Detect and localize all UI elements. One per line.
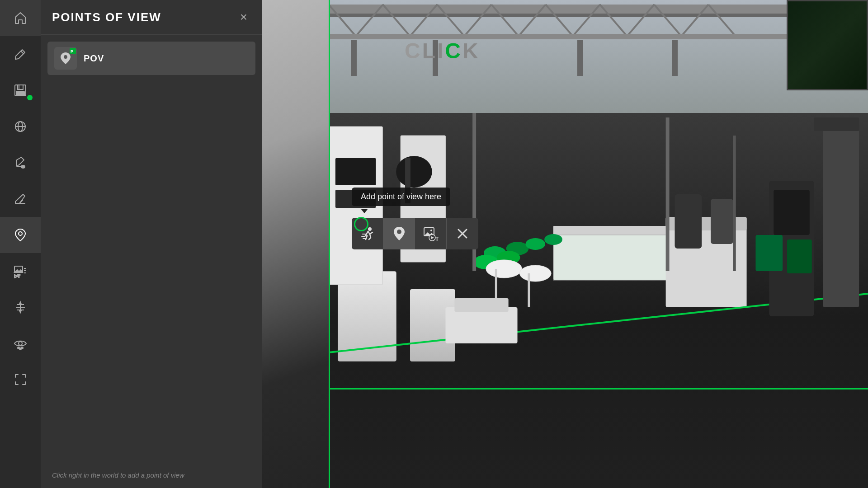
pov-item-icon-wrap: P — [54, 47, 77, 70]
svg-point-57 — [368, 227, 372, 231]
svg-rect-44 — [335, 158, 376, 185]
pov-badge-icon: P — [70, 48, 76, 54]
svg-rect-34 — [528, 273, 530, 307]
tooltip-arrow — [361, 209, 368, 213]
close-icon — [456, 227, 469, 240]
svg-point-31 — [486, 260, 522, 278]
pov-list: P POV — [41, 35, 262, 462]
svg-text:T: T — [435, 236, 439, 241]
svg-rect-40 — [666, 117, 670, 271]
svg-rect-50 — [454, 298, 508, 312]
sidebar-item-measure[interactable] — [0, 289, 41, 325]
svg-rect-55 — [823, 127, 859, 307]
sidebar-item-home[interactable] — [0, 0, 41, 36]
svg-point-27 — [525, 238, 545, 250]
scene-divider — [329, 0, 330, 488]
erase-icon — [13, 192, 28, 206]
context-pov-button[interactable] — [383, 218, 415, 249]
svg-rect-53 — [755, 235, 783, 271]
svg-rect-72 — [18, 85, 23, 89]
panel-header: POINTS OF VIEW × — [41, 0, 262, 35]
svg-text:P: P — [71, 49, 73, 54]
svg-rect-73 — [16, 91, 25, 96]
svg-point-81 — [19, 232, 22, 235]
globe-icon — [13, 119, 28, 134]
measure-icon — [13, 300, 28, 314]
svg-point-94 — [19, 342, 22, 345]
svg-point-32 — [520, 265, 552, 282]
svg-rect-52 — [774, 190, 810, 235]
click-sign: CLICK — [405, 38, 480, 63]
context-close-button[interactable] — [447, 218, 478, 249]
svg-point-97 — [21, 347, 23, 349]
context-popup: Add point of view here — [352, 188, 478, 249]
svg-point-64 — [430, 230, 432, 231]
sidebar-item-erase[interactable] — [0, 181, 41, 217]
pov-indicator — [354, 217, 368, 231]
sidebar-item-visibility[interactable] — [0, 325, 41, 361]
panel-title: POINTS OF VIEW — [52, 10, 161, 24]
media-icon: ▷T — [13, 264, 28, 278]
sidebar-item-edit[interactable] — [0, 36, 41, 72]
svg-point-98 — [64, 55, 67, 59]
context-media-button[interactable]: T — [415, 218, 447, 249]
svg-rect-18 — [351, 40, 357, 76]
pin-icon — [392, 226, 406, 241]
svg-point-46 — [396, 156, 432, 188]
panel-close-button[interactable]: × — [236, 9, 251, 25]
location-icon — [13, 228, 28, 242]
panel-hint: Click right in the world to add a point … — [41, 462, 262, 488]
context-tooltip: Add point of view here — [352, 188, 450, 206]
sidebar-item-fullscreen[interactable] — [0, 361, 41, 398]
home-icon — [13, 11, 28, 25]
sidebar-item-layers[interactable] — [0, 108, 41, 145]
edit-icon — [13, 47, 28, 61]
svg-rect-56 — [814, 117, 859, 131]
panel: POINTS OF VIEW × P POV Click right in th… — [41, 0, 262, 488]
sidebar-item-fill[interactable] — [0, 145, 41, 181]
pov-list-item[interactable]: P POV — [47, 42, 255, 75]
monitor-display — [787, 0, 868, 90]
svg-rect-21 — [672, 40, 678, 76]
svg-point-28 — [544, 234, 562, 245]
fill-icon — [13, 155, 28, 170]
media-text-icon: T — [423, 226, 439, 241]
svg-rect-41 — [733, 136, 736, 271]
svg-point-61 — [397, 230, 401, 234]
save-badge — [27, 95, 33, 100]
svg-rect-54 — [787, 239, 812, 273]
sidebar-item-pov[interactable] — [0, 217, 41, 253]
floor-edge-accent — [329, 388, 868, 389]
svg-text:▷T: ▷T — [14, 274, 20, 278]
svg-marker-93 — [19, 310, 21, 313]
svg-rect-37 — [675, 194, 702, 249]
svg-rect-38 — [711, 199, 733, 244]
svg-marker-83 — [14, 270, 23, 272]
sidebar: ▷T — [0, 0, 41, 488]
svg-marker-92 — [19, 302, 21, 304]
context-button-group: T — [352, 218, 478, 249]
save-icon — [13, 83, 28, 98]
sidebar-item-media[interactable]: ▷T — [0, 253, 41, 289]
eye-icon — [13, 336, 28, 351]
svg-rect-20 — [577, 40, 583, 76]
svg-line-70 — [21, 51, 24, 54]
svg-rect-49 — [445, 307, 517, 343]
sidebar-item-save[interactable] — [0, 72, 41, 108]
pov-item-label: POV — [84, 53, 104, 64]
fullscreen-icon — [13, 372, 28, 387]
